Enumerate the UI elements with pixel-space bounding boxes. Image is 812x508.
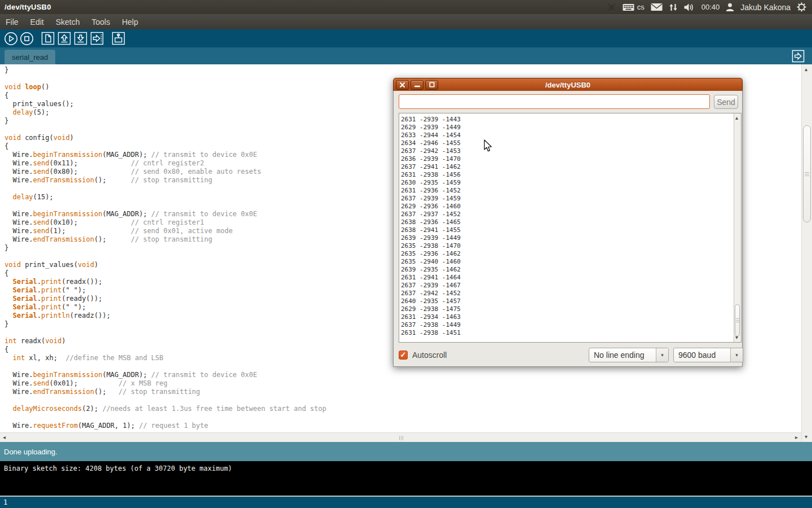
- maximize-button[interactable]: [425, 80, 438, 90]
- toolbar: [0, 29, 812, 47]
- network-arrows-icon[interactable]: [669, 3, 678, 12]
- serial-send-input[interactable]: [399, 94, 710, 109]
- username[interactable]: Jakub Kakona: [740, 3, 791, 12]
- serial-scroll-up-icon[interactable]: ▴: [735, 115, 738, 121]
- serial-output-text: 2631 -2939 -14432629 -2939 -14492633 -29…: [399, 113, 741, 337]
- serial-scrollbar[interactable]: ▴ ▾: [734, 113, 741, 342]
- stop-button[interactable]: [19, 30, 34, 46]
- editor-vertical-scrollbar[interactable]: ▴ ▾: [801, 64, 812, 442]
- serial-scroll-down-icon[interactable]: ▾: [735, 335, 738, 340]
- scroll-up-arrow-icon[interactable]: ▴: [805, 67, 807, 72]
- serial-monitor-title: /dev/ttyUSB0: [394, 81, 742, 89]
- open-sketch-button[interactable]: [56, 30, 72, 46]
- system-top-bar: /dev/ttyUSB0 cs 00:40 Jakub Kakona: [0, 0, 812, 14]
- tab-bar: serial_read: [0, 47, 812, 64]
- serial-scroll-thumb[interactable]: [735, 304, 740, 336]
- minimize-icon: [414, 82, 420, 87]
- status-bar: Done uploading.: [0, 442, 812, 461]
- keyboard-icon[interactable]: [623, 3, 634, 11]
- maximize-icon: [429, 82, 435, 87]
- editor-horizontal-scrollbar[interactable]: ◂ ▸: [0, 432, 801, 442]
- console-output: Binary sketch size: 4208 bytes (of a 307…: [0, 461, 812, 496]
- serial-output-area[interactable]: 2631 -2939 -14432629 -2939 -14492633 -29…: [399, 113, 742, 343]
- minimize-button[interactable]: [411, 80, 423, 90]
- close-button[interactable]: [396, 80, 409, 90]
- chevron-down-icon: ▾: [656, 348, 668, 362]
- scroll-right-arrow-icon[interactable]: ▸: [795, 435, 798, 440]
- mail-icon[interactable]: [651, 3, 663, 11]
- serial-monitor-window: /dev/ttyUSB0 Send 2631 -2939 -14432629 -…: [393, 78, 743, 367]
- send-button[interactable]: Send: [714, 95, 738, 109]
- window-title: /dev/ttyUSB0: [0, 3, 51, 11]
- line-ending-dropdown[interactable]: No line ending ▾: [589, 348, 669, 362]
- line-number: 1: [3, 498, 7, 506]
- autoscroll-label: Autoscroll: [412, 351, 447, 360]
- close-icon: [400, 82, 405, 87]
- tab-menu-button[interactable]: [792, 50, 805, 63]
- tab-serial-read[interactable]: serial_read: [5, 50, 55, 64]
- menu-sketch[interactable]: Sketch: [56, 17, 80, 27]
- scroll-down-arrow-icon[interactable]: ▾: [805, 434, 807, 440]
- baud-rate-dropdown[interactable]: 9600 baud ▾: [673, 348, 743, 362]
- console-line: Binary sketch size: 4208 bytes (of a 307…: [4, 465, 232, 472]
- mouse-cursor: [484, 139, 493, 155]
- verify-button[interactable]: [3, 30, 19, 46]
- menu-file[interactable]: File: [6, 17, 19, 27]
- menu-tools[interactable]: Tools: [92, 17, 111, 27]
- serial-monitor-body: Send 2631 -2939 -14432629 -2939 -1449263…: [393, 91, 743, 367]
- serial-monitor-controls: ✓ Autoscroll No line ending ▾ 9600 baud …: [399, 347, 738, 363]
- tab-label: serial_read: [12, 53, 48, 62]
- chevron-down-icon: ▾: [730, 348, 743, 362]
- volume-icon[interactable]: [684, 3, 695, 12]
- new-sketch-button[interactable]: [40, 30, 56, 46]
- menu-edit[interactable]: Edit: [30, 17, 44, 27]
- menu-help[interactable]: Help: [122, 17, 138, 27]
- autoscroll-checkbox[interactable]: ✓: [399, 351, 408, 360]
- save-sketch-button[interactable]: [73, 30, 89, 46]
- indicator-pinwheel-icon[interactable]: [607, 3, 616, 12]
- scroll-left-arrow-icon[interactable]: ◂: [3, 435, 6, 440]
- system-tray: cs 00:40 Jakub Kakona: [607, 2, 812, 12]
- clock[interactable]: 00:40: [701, 3, 720, 11]
- menu-bar: File Edit Sketch Tools Help: [0, 14, 812, 29]
- editor-hscroll-thumb[interactable]: [399, 436, 403, 440]
- editor-vscroll-thumb[interactable]: [803, 125, 811, 222]
- line-number-bar: 1: [0, 496, 812, 508]
- serial-monitor-titlebar[interactable]: /dev/ttyUSB0: [393, 78, 743, 91]
- serial-monitor-button[interactable]: [111, 30, 126, 46]
- user-icon[interactable]: [726, 3, 734, 12]
- keyboard-layout-label[interactable]: cs: [637, 3, 645, 11]
- upload-button[interactable]: [89, 30, 105, 46]
- status-message: Done uploading.: [4, 448, 58, 456]
- session-gear-icon[interactable]: [797, 2, 806, 12]
